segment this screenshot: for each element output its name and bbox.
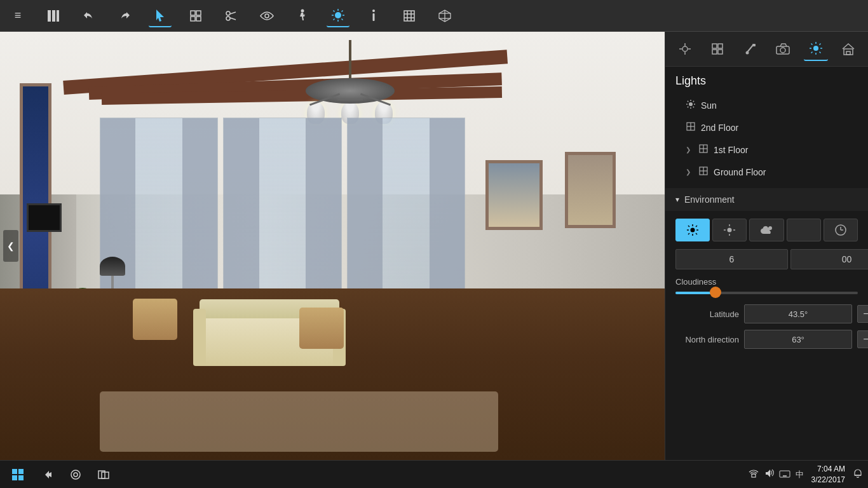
svg-rect-6 <box>196 17 201 21</box>
weather-sunny-btn[interactable] <box>712 219 747 241</box>
3d-scene <box>0 32 665 460</box>
tree-item-sun[interactable]: Sun <box>665 94 868 116</box>
svg-rect-39 <box>718 44 722 48</box>
library-icon[interactable] <box>42 4 65 27</box>
svg-rect-4 <box>196 11 201 15</box>
scissors-icon[interactable] <box>220 4 243 27</box>
environment-header[interactable]: ▾ Environment <box>665 188 868 211</box>
environment-chevron-icon: ▾ <box>675 195 679 204</box>
svg-line-53 <box>819 44 820 45</box>
start-button[interactable] <box>5 462 31 487</box>
redo-icon[interactable] <box>113 4 136 27</box>
svg-line-63 <box>693 107 694 107</box>
svg-point-13 <box>335 12 341 18</box>
latitude-minus-btn[interactable]: − <box>857 305 868 323</box>
weather-sunny-bright-btn[interactable] <box>675 219 710 241</box>
taskview-button[interactable] <box>93 464 114 485</box>
nav-arrow-left[interactable]: ❮ <box>3 230 18 262</box>
svg-point-7 <box>226 11 230 15</box>
weather-buttons <box>675 219 858 241</box>
svg-point-97 <box>74 473 78 477</box>
svg-point-46 <box>813 46 818 51</box>
north-direction-input[interactable] <box>744 330 852 349</box>
chandelier-body <box>306 78 395 104</box>
tool-paint-icon[interactable] <box>738 37 763 61</box>
cloudiness-label: Cloudiness <box>675 277 858 287</box>
slider-thumb[interactable] <box>710 287 721 298</box>
tree-item-ground-floor[interactable]: ❯ Ground Floor <box>665 161 868 183</box>
svg-rect-95 <box>18 475 24 480</box>
ime-icon[interactable]: 中 <box>796 469 804 480</box>
weather-night-btn[interactable] <box>787 219 821 241</box>
artwork-right-2 <box>565 152 616 228</box>
floor-rug <box>100 391 499 451</box>
lights-section-title: Lights <box>665 67 868 94</box>
select-icon[interactable] <box>149 4 172 27</box>
tool-lights-icon[interactable] <box>804 37 828 61</box>
back-button[interactable] <box>37 464 58 485</box>
cortana-button[interactable] <box>65 464 86 485</box>
clock-date: 3/22/2017 <box>811 475 845 485</box>
tree-item-2nd-floor[interactable]: 2nd Floor <box>665 116 868 139</box>
cube-icon[interactable] <box>433 4 456 27</box>
tool-build-icon[interactable] <box>705 37 729 61</box>
svg-point-22 <box>372 10 375 12</box>
arrange-icon[interactable] <box>184 4 207 27</box>
walk-icon[interactable] <box>291 4 314 27</box>
svg-line-19 <box>342 18 343 20</box>
tv <box>27 203 62 232</box>
info-icon[interactable] <box>362 4 385 27</box>
volume-icon[interactable] <box>764 469 774 480</box>
panel-toolbar <box>665 32 868 67</box>
svg-rect-0 <box>48 10 51 22</box>
tool-objects-icon[interactable] <box>673 37 697 61</box>
svg-line-52 <box>819 52 820 53</box>
viewport[interactable]: ❮ <box>0 32 665 460</box>
time-hour-input[interactable] <box>675 249 788 269</box>
tool-camera-icon[interactable] <box>771 37 795 61</box>
undo-icon[interactable] <box>78 4 100 27</box>
svg-line-82 <box>696 226 697 227</box>
svg-rect-5 <box>191 17 195 21</box>
time-minutes-input[interactable] <box>790 249 868 269</box>
notification-icon[interactable] <box>853 468 863 481</box>
ground-floor-label: Ground Floor <box>714 167 858 177</box>
svg-point-33 <box>682 46 688 51</box>
slider-track <box>675 292 858 294</box>
north-direction-minus-btn[interactable]: − <box>857 330 868 348</box>
svg-rect-94 <box>12 475 17 480</box>
svg-rect-42 <box>752 44 756 46</box>
svg-point-12 <box>301 9 304 12</box>
chandelier-arm-center <box>337 98 363 100</box>
svg-line-80 <box>688 226 689 227</box>
floor-item-icon-2nd <box>686 121 696 133</box>
svg-point-57 <box>689 102 693 106</box>
svg-line-64 <box>693 101 694 102</box>
svg-point-75 <box>691 228 695 233</box>
tree-item-1st-floor[interactable]: ❯ 1st Floor <box>665 139 868 161</box>
keyboard-icon[interactable] <box>779 470 790 480</box>
cloudiness-slider[interactable] <box>675 292 858 294</box>
network-icon[interactable] <box>749 469 759 480</box>
menu-icon[interactable]: ≡ <box>6 4 29 27</box>
latitude-input[interactable] <box>744 304 852 323</box>
svg-rect-2 <box>57 10 59 22</box>
clock-time: 7:04 AM <box>817 464 845 475</box>
weather-custom-btn[interactable] <box>824 219 858 241</box>
svg-line-81 <box>696 233 697 234</box>
chandelier-rod <box>349 40 351 78</box>
chair-right <box>299 308 344 349</box>
latitude-label: Latitude <box>675 309 739 319</box>
artwork-right-1 <box>485 160 543 230</box>
sun-toolbar-icon[interactable] <box>327 4 349 27</box>
tool-house-icon[interactable] <box>836 37 860 61</box>
floor-item-icon-1st <box>698 144 709 156</box>
eye-icon[interactable] <box>255 4 278 27</box>
frame-icon[interactable] <box>398 4 421 27</box>
clock: 7:04 AM 3/22/2017 <box>811 464 845 485</box>
latitude-row: Latitude − + <box>675 304 858 323</box>
chair-left <box>133 299 177 340</box>
svg-line-62 <box>688 101 688 102</box>
1st-floor-label: 1st Floor <box>714 145 858 155</box>
weather-cloudy-btn[interactable] <box>749 219 783 241</box>
